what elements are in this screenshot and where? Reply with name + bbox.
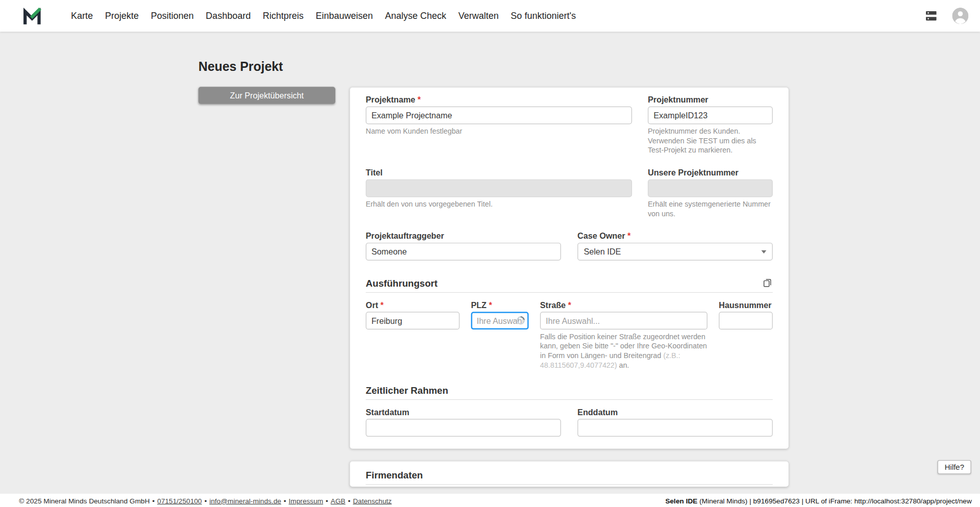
section-zeitlicher-rahmen: Zeitlicher Rahmen [366,385,449,395]
footer-left: © 2025 Mineral Minds Deutschland GmbH • … [19,496,391,504]
enddatum-label: Enddatum [577,408,773,418]
strasse-label: Straße * [540,300,707,311]
required-asterisk: * [625,232,631,241]
footer-session-details: (Mineral Minds) | b91695ed7623 | URL of … [697,496,971,504]
required-asterisk: * [378,300,384,310]
ort-label: Ort * [366,300,460,311]
top-nav: Karte Projekte Positionen Dashboard Rich… [0,0,980,32]
nav-item-einbauweisen[interactable]: Einbauweisen [315,11,373,21]
nav-item-positionen[interactable]: Positionen [151,11,193,21]
footer-session-user: Selen IDE [665,496,697,504]
help-button[interactable]: Hilfe? [938,460,971,474]
projektnummer-input[interactable] [648,107,773,124]
field-titel: Titel Erhält den von uns vorgegebenen Ti… [366,168,632,218]
app-root: Karte Projekte Positionen Dashboard Rich… [0,0,980,507]
field-unsere-projektnummer: Unsere Projektnummer Erhält eine systemg… [648,168,773,218]
projektname-input[interactable] [366,107,632,124]
nav-item-richtpreis[interactable]: Richtpreis [263,11,304,21]
nav-item-projekte[interactable]: Projekte [105,11,139,21]
field-plz: PLZ * [471,300,529,370]
section-firmendaten: Firmendaten [366,469,423,480]
mineral-minds-logo[interactable] [22,6,43,27]
required-asterisk: * [486,300,492,310]
required-asterisk: * [415,95,421,105]
footer-separator: • [326,496,328,504]
field-projektname: Projektname * Name vom Kunden festlegbar [366,95,632,155]
section-divider [366,399,773,400]
footer-separator: • [284,496,286,504]
case-owner-select[interactable]: Selen IDE [577,243,773,261]
hausnummer-input[interactable] [719,312,773,329]
projektnummer-label: Projektnummer [648,95,773,105]
nav-item-verwalten[interactable]: Verwalten [458,11,499,21]
projektname-label: Projektname * [366,95,632,105]
required-asterisk: * [566,300,571,310]
person-icon [952,8,968,24]
field-startdatum: Startdatum [366,408,561,437]
main-nav: Karte Projekte Positionen Dashboard Rich… [71,11,576,21]
back-to-projects-button[interactable]: Zur Projektübersicht [199,87,335,104]
page-title: Neues Projekt [199,60,283,74]
footer-link-agb[interactable]: AGB [331,496,346,504]
viewport-scaler: Karte Projekte Positionen Dashboard Rich… [0,0,980,507]
section-divider [366,292,773,293]
enddatum-input[interactable] [577,419,773,437]
footer-separator: • [204,496,207,504]
field-case-owner: Case Owner * Selen IDE [577,232,773,261]
server-icon[interactable] [924,9,938,22]
field-projektnummer: Projektnummer Projektnummer des Kunden. … [648,95,773,155]
field-ort: Ort * [366,300,460,370]
hausnummer-label: Hausnummer [719,300,773,311]
main-content: Neues Projekt Zur Projektübersicht Proje… [0,32,980,494]
footer-link-phone[interactable]: 07151/250100 [157,496,202,504]
startdatum-input[interactable] [366,419,561,437]
logo-icon [22,6,43,27]
titel-label: Titel [366,168,632,178]
chevron-down-icon [762,250,767,253]
nav-item-so-funktionierts[interactable]: So funktioniert's [511,11,576,21]
case-owner-label: Case Owner * [577,232,773,242]
unsere-projektnummer-label: Unsere Projektnummer [648,168,773,178]
firmendaten-card: Firmendaten [350,462,789,487]
footer-link-impressum[interactable]: Impressum [289,496,324,504]
nav-right [924,8,969,24]
footer: © 2025 Mineral Minds Deutschland GmbH • … [0,494,980,507]
copy-icon[interactable] [762,277,773,288]
account-avatar[interactable] [952,8,968,24]
ort-input[interactable] [366,312,460,329]
project-form-card: Projektname * Name vom Kunden festlegbar… [350,87,789,448]
nav-item-analyse-check[interactable]: Analyse Check [385,11,446,21]
projektnummer-helper: Projektnummer des Kunden. Verwenden Sie … [648,126,773,155]
nav-item-dashboard[interactable]: Dashboard [206,11,251,21]
nav-item-karte[interactable]: Karte [71,11,93,21]
unsere-projektnummer-input [648,180,773,197]
titel-helper: Erhält den von uns vorgegebenen Titel. [366,199,632,209]
titel-input [366,180,632,197]
plz-label: PLZ * [471,300,529,311]
footer-separator: • [348,496,351,504]
startdatum-label: Startdatum [366,408,561,418]
projektauftraggeber-input[interactable] [366,243,561,261]
field-strasse: Straße * Falls die Position keiner Straß… [540,300,707,370]
footer-separator: • [152,496,155,504]
footer-session-info: Selen IDE (Mineral Minds) | b91695ed7623… [665,496,971,504]
projektname-helper: Name vom Kunden festlegbar [366,126,632,136]
section-divider [366,484,773,485]
field-projektauftraggeber: Projektauftraggeber [366,232,561,261]
field-enddatum: Enddatum [577,408,773,437]
footer-link-email[interactable]: info@mineral-minds.de [209,496,281,504]
unsere-projektnummer-helper: Erhält eine systemgenerierte Nummer von … [648,199,773,218]
footer-copyright: © 2025 Mineral Minds Deutschland GmbH [19,496,150,504]
projektauftraggeber-label: Projektauftraggeber [366,232,561,242]
strasse-helper: Falls die Position keiner Straße zugeord… [540,332,707,370]
section-ausfuehrungsort: Ausführungsort [366,277,438,288]
case-owner-value: Selen IDE [584,247,621,257]
strasse-input[interactable] [540,312,707,329]
field-hausnummer: Hausnummer [719,300,773,370]
footer-link-datenschutz[interactable]: Datenschutz [353,496,391,504]
